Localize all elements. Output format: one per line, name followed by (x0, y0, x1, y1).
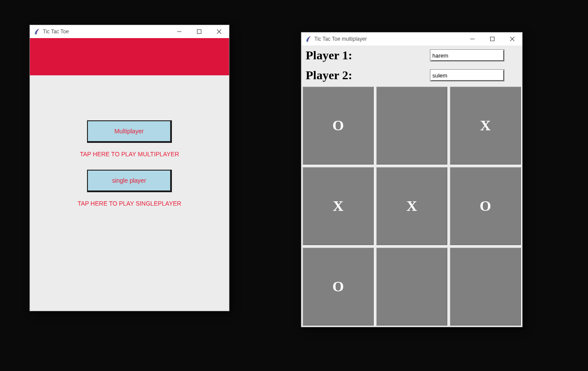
cell-2-2[interactable] (450, 248, 521, 326)
player2-label: Player 2: (301, 68, 412, 82)
board-container: O X X X O O (301, 85, 522, 327)
menu-container: Multiplayer TAP HERE TO PLAY MULTIPLAYER… (30, 120, 229, 219)
titlebar[interactable]: Tic Tac Toe multiplayer (301, 32, 522, 45)
cell-0-0[interactable]: O (303, 87, 374, 165)
cell-1-2[interactable]: O (450, 167, 521, 245)
minimize-button[interactable] (462, 32, 482, 45)
cell-2-1[interactable] (376, 248, 447, 326)
player2-input[interactable] (430, 70, 504, 81)
titlebar[interactable]: Tic Tac Toe (30, 25, 229, 38)
cell-1-0[interactable]: X (303, 167, 374, 245)
player1-label: Player 1: (301, 48, 412, 62)
window-controls (169, 25, 229, 38)
maximize-button[interactable] (482, 32, 502, 45)
cell-0-1[interactable] (376, 87, 447, 165)
player1-input[interactable] (430, 50, 504, 61)
minimize-button[interactable] (169, 25, 189, 38)
multiplayer-button[interactable]: Multiplayer (87, 120, 172, 143)
singleplayer-button[interactable]: single player (87, 170, 172, 192)
tk-feather-icon (305, 35, 312, 42)
singleplayer-caption: TAP HERE TO PLAY SINGLEPLAYER (78, 200, 181, 207)
window-client-area: Player 1: Player 2: O X X X O O (301, 45, 522, 327)
window-title: Tic Tac Toe (43, 29, 69, 35)
svg-rect-1 (197, 30, 201, 34)
cell-1-1[interactable]: X (376, 167, 447, 245)
window-client-area: Multiplayer TAP HERE TO PLAY MULTIPLAYER… (30, 38, 229, 311)
multiplayer-caption: TAP HERE TO PLAY MULTIPLAYER (80, 151, 179, 158)
window-main-menu: Tic Tac Toe Multiplayer TAP HERE TO PLAY… (29, 25, 229, 311)
close-button[interactable] (502, 32, 522, 45)
window-multiplayer-game: Tic Tac Toe multiplayer Player 1: Player… (301, 32, 523, 327)
svg-rect-5 (491, 37, 494, 41)
maximize-button[interactable] (189, 25, 209, 38)
header-banner (30, 38, 229, 75)
tk-feather-icon (33, 28, 40, 35)
player-name-header: Player 1: Player 2: (301, 45, 522, 85)
close-button[interactable] (209, 25, 229, 38)
cell-2-0[interactable]: O (303, 248, 374, 326)
window-controls (462, 32, 522, 45)
game-board: O X X X O O (303, 87, 521, 326)
window-title: Tic Tac Toe multiplayer (314, 36, 367, 42)
desktop: Tic Tac Toe Multiplayer TAP HERE TO PLAY… (0, 0, 588, 371)
cell-0-2[interactable]: X (450, 87, 521, 165)
